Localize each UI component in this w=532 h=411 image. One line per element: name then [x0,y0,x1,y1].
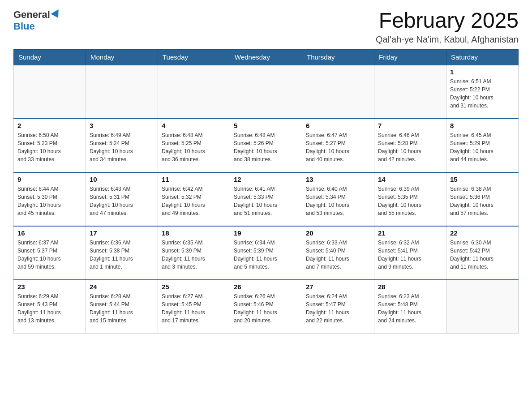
calendar-day-cell: 1Sunrise: 6:51 AM Sunset: 5:22 PM Daylig… [446,65,519,119]
calendar-week-row: 2Sunrise: 6:50 AM Sunset: 5:23 PM Daylig… [14,119,519,172]
calendar-day-cell: 18Sunrise: 6:35 AM Sunset: 5:39 PM Dayli… [158,226,230,280]
calendar-day-cell: 20Sunrise: 6:33 AM Sunset: 5:40 PM Dayli… [302,226,374,280]
day-info: Sunrise: 6:48 AM Sunset: 5:26 PM Dayligh… [234,131,298,163]
day-info: Sunrise: 6:41 AM Sunset: 5:33 PM Dayligh… [234,185,298,217]
day-of-week-header: Sunday [14,49,86,65]
day-of-week-header: Friday [374,49,446,65]
day-number: 19 [234,229,298,237]
calendar-day-cell: 22Sunrise: 6:30 AM Sunset: 5:42 PM Dayli… [446,226,519,280]
day-info: Sunrise: 6:24 AM Sunset: 5:47 PM Dayligh… [306,292,370,325]
day-info: Sunrise: 6:44 AM Sunset: 5:30 PM Dayligh… [17,185,82,217]
day-of-week-header: Thursday [302,49,374,65]
calendar-day-cell: 6Sunrise: 6:47 AM Sunset: 5:27 PM Daylig… [302,119,374,172]
day-number: 3 [90,122,154,129]
day-info: Sunrise: 6:48 AM Sunset: 5:25 PM Dayligh… [162,131,226,163]
calendar-week-row: 9Sunrise: 6:44 AM Sunset: 5:30 PM Daylig… [14,172,519,226]
day-number: 23 [17,283,82,291]
calendar-day-cell: 24Sunrise: 6:28 AM Sunset: 5:44 PM Dayli… [86,280,158,334]
day-number: 20 [306,229,370,237]
calendar-day-cell [446,280,519,334]
calendar-day-cell: 17Sunrise: 6:36 AM Sunset: 5:38 PM Dayli… [86,226,158,280]
day-info: Sunrise: 6:29 AM Sunset: 5:43 PM Dayligh… [17,292,82,325]
day-number: 2 [17,122,82,129]
calendar-day-cell: 15Sunrise: 6:38 AM Sunset: 5:36 PM Dayli… [446,172,519,226]
calendar-day-cell: 16Sunrise: 6:37 AM Sunset: 5:37 PM Dayli… [14,226,86,280]
calendar-day-cell: 4Sunrise: 6:48 AM Sunset: 5:25 PM Daylig… [158,119,230,172]
calendar-day-cell: 10Sunrise: 6:43 AM Sunset: 5:31 PM Dayli… [86,172,158,226]
day-info: Sunrise: 6:35 AM Sunset: 5:39 PM Dayligh… [162,239,226,271]
logo: General Blue [13,9,61,32]
page-header: General Blue February 2025 Qal'ah-ye Na'… [13,9,519,45]
calendar-day-cell: 3Sunrise: 6:49 AM Sunset: 5:24 PM Daylig… [86,119,158,172]
day-number: 22 [450,229,515,237]
day-number: 13 [306,176,370,183]
day-of-week-header: Wednesday [230,49,302,65]
day-info: Sunrise: 6:33 AM Sunset: 5:40 PM Dayligh… [306,239,370,271]
calendar-day-cell [14,65,86,119]
day-number: 27 [306,283,370,291]
calendar-week-row: 23Sunrise: 6:29 AM Sunset: 5:43 PM Dayli… [14,280,519,334]
day-number: 14 [378,176,442,183]
day-info: Sunrise: 6:38 AM Sunset: 5:36 PM Dayligh… [450,185,515,217]
calendar-day-cell: 26Sunrise: 6:26 AM Sunset: 5:46 PM Dayli… [230,280,302,334]
day-number: 10 [90,176,154,183]
day-info: Sunrise: 6:27 AM Sunset: 5:45 PM Dayligh… [162,292,226,325]
day-info: Sunrise: 6:43 AM Sunset: 5:31 PM Dayligh… [90,185,154,217]
day-number: 9 [17,176,82,183]
day-of-week-header: Tuesday [158,49,230,65]
calendar-day-cell: 23Sunrise: 6:29 AM Sunset: 5:43 PM Dayli… [14,280,86,334]
day-number: 18 [162,229,226,237]
day-info: Sunrise: 6:47 AM Sunset: 5:27 PM Dayligh… [306,131,370,163]
calendar-day-cell: 19Sunrise: 6:34 AM Sunset: 5:39 PM Dayli… [230,226,302,280]
calendar-day-cell: 13Sunrise: 6:40 AM Sunset: 5:34 PM Dayli… [302,172,374,226]
calendar-day-cell: 25Sunrise: 6:27 AM Sunset: 5:45 PM Dayli… [158,280,230,334]
calendar-day-cell: 2Sunrise: 6:50 AM Sunset: 5:23 PM Daylig… [14,119,86,172]
day-info: Sunrise: 6:46 AM Sunset: 5:28 PM Dayligh… [378,131,442,163]
day-info: Sunrise: 6:51 AM Sunset: 5:22 PM Dayligh… [450,77,515,110]
day-info: Sunrise: 6:36 AM Sunset: 5:38 PM Dayligh… [90,239,154,271]
calendar-day-cell [158,65,230,119]
calendar-day-cell: 11Sunrise: 6:42 AM Sunset: 5:32 PM Dayli… [158,172,230,226]
day-info: Sunrise: 6:34 AM Sunset: 5:39 PM Dayligh… [234,239,298,271]
day-info: Sunrise: 6:39 AM Sunset: 5:35 PM Dayligh… [378,185,442,217]
day-number: 7 [378,122,442,129]
day-info: Sunrise: 6:32 AM Sunset: 5:41 PM Dayligh… [378,239,442,271]
calendar-day-cell: 28Sunrise: 6:23 AM Sunset: 5:48 PM Dayli… [374,280,446,334]
calendar-day-cell: 12Sunrise: 6:41 AM Sunset: 5:33 PM Dayli… [230,172,302,226]
calendar-day-cell: 8Sunrise: 6:45 AM Sunset: 5:29 PM Daylig… [446,119,519,172]
calendar-location: Qal'ah-ye Na'im, Kabul, Afghanistan [376,34,519,45]
day-number: 25 [162,283,226,291]
day-info: Sunrise: 6:23 AM Sunset: 5:48 PM Dayligh… [378,292,442,325]
calendar-week-row: 1Sunrise: 6:51 AM Sunset: 5:22 PM Daylig… [14,65,519,119]
day-number: 26 [234,283,298,291]
day-number: 12 [234,176,298,183]
day-number: 4 [162,122,226,129]
day-info: Sunrise: 6:50 AM Sunset: 5:23 PM Dayligh… [17,131,82,163]
calendar-day-cell: 7Sunrise: 6:46 AM Sunset: 5:28 PM Daylig… [374,119,446,172]
day-number: 1 [450,68,515,76]
calendar-header-row: SundayMondayTuesdayWednesdayThursdayFrid… [14,49,519,65]
day-info: Sunrise: 6:45 AM Sunset: 5:29 PM Dayligh… [450,131,515,163]
day-of-week-header: Saturday [446,49,519,65]
calendar-week-row: 16Sunrise: 6:37 AM Sunset: 5:37 PM Dayli… [14,226,519,280]
calendar-day-cell [374,65,446,119]
calendar-day-cell: 14Sunrise: 6:39 AM Sunset: 5:35 PM Dayli… [374,172,446,226]
calendar-day-cell [230,65,302,119]
day-number: 11 [162,176,226,183]
calendar-day-cell: 9Sunrise: 6:44 AM Sunset: 5:30 PM Daylig… [14,172,86,226]
calendar-day-cell [86,65,158,119]
day-info: Sunrise: 6:42 AM Sunset: 5:32 PM Dayligh… [162,185,226,217]
day-number: 15 [450,176,515,183]
logo-triangle-icon [51,9,62,20]
title-section: February 2025 Qal'ah-ye Na'im, Kabul, Af… [376,9,519,45]
day-number: 6 [306,122,370,129]
calendar-table: SundayMondayTuesdayWednesdayThursdayFrid… [13,49,519,334]
day-number: 8 [450,122,515,129]
calendar-day-cell: 27Sunrise: 6:24 AM Sunset: 5:47 PM Dayli… [302,280,374,334]
calendar-day-cell: 21Sunrise: 6:32 AM Sunset: 5:41 PM Dayli… [374,226,446,280]
day-info: Sunrise: 6:26 AM Sunset: 5:46 PM Dayligh… [234,292,298,325]
day-number: 28 [378,283,442,291]
calendar-title: February 2025 [376,9,519,33]
day-info: Sunrise: 6:30 AM Sunset: 5:42 PM Dayligh… [450,239,515,271]
day-number: 24 [90,283,154,291]
